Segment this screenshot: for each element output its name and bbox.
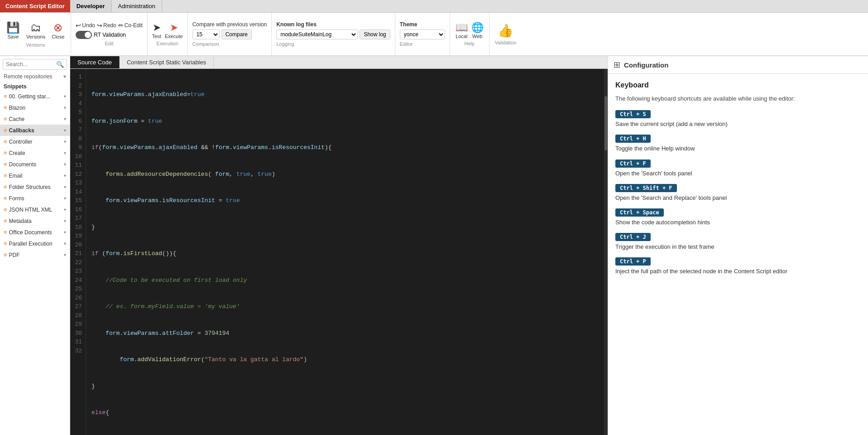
log-files-select[interactable]: moduleSuiteMainLog [276,29,358,39]
keyboard-title: Keyboard [615,81,861,89]
code-line-6: } [91,223,599,232]
close-button[interactable]: ⊗ Close [50,20,66,40]
sidebar-scroll: ≡ 00. Getting star... ▾ ≡ Blazon ▾ ≡ Cac… [0,91,70,435]
local-help-button[interactable]: 📖 Local [456,22,468,39]
show-log-button[interactable]: Show log [360,29,390,39]
sidebar-item-cache[interactable]: ≡ Cache ▾ [0,113,70,125]
search-icon: 🔍 [56,61,64,68]
sidebar-item-create[interactable]: ≡ Create ▾ [0,147,70,159]
line-numbers: 1 2 3 4 5 6 7 8 9 10 11 12 13 14 15 16 1… [70,69,86,435]
undo-button[interactable]: ↩ Undo [76,22,95,29]
chevron-down-icon-11: ▾ [64,218,66,223]
redo-button[interactable]: ↪ Redo [97,22,116,29]
sidebar: 🔍 Remote repositories ▾ Snippets ≡ 00. G… [0,56,70,435]
tab-source-code[interactable]: Source Code [70,56,120,68]
toolbar-help-group: 📖 Local 🌐 Web Help [450,13,489,55]
theme-select[interactable]: yonce [400,29,445,39]
right-panel-header: ⊞ Configuration [608,56,868,74]
sidebar-item-email[interactable]: ≡ Email ▾ [0,170,70,181]
remote-repos-arrow[interactable]: ▾ [63,73,66,80]
validate-button[interactable]: 👍 [498,23,513,38]
toolbar-comparison-group: Compare with previous version 15 Compare… [188,13,272,55]
shortcut-desc-ctrl-h: Toggle the online Help window [615,145,861,153]
code-line-7: if (form.isFirstLoad()){ [91,249,599,258]
sidebar-item-office-documents[interactable]: ≡ Office Documents ▾ [0,227,70,238]
layers-icon-1: ≡ [4,104,7,111]
code-line-11: form.addValidationError("Tanto va la gat… [91,355,599,364]
search-input[interactable] [6,61,56,68]
sidebar-item-documents[interactable]: ≡ Documents ▾ [0,159,70,170]
code-content[interactable]: form.viewParams.ajaxEnabled=true form.js… [86,69,604,435]
compare-button[interactable]: Compare [221,29,252,39]
code-line-1: form.viewParams.ajaxEnabled=true [91,90,599,99]
sidebar-item-forms[interactable]: ≡ Forms ▾ [0,193,70,204]
layers-icon-7: ≡ [4,172,7,179]
key-badge-ctrl-shift-f: Ctrl + Shift + F [615,184,677,192]
versions-button[interactable]: 🗂 Versions [24,20,47,40]
test-button[interactable]: ➤ Test [152,22,161,39]
layers-icon-9: ≡ [4,195,7,202]
shortcut-desc-ctrl-j: Trigger the execution in the test frame [615,243,861,251]
code-line-10: form.viewParams.attFolder = 3794194 [91,329,599,338]
layers-icon-2: ≡ [4,116,7,122]
code-line-5: form.viewParams.isResourcesInit = true [91,196,599,205]
rt-validation-toggle[interactable] [76,31,92,39]
key-badge-ctrl-f: Ctrl + F [615,160,651,168]
shortcut-ctrl-p: Ctrl + P Inject the full path of the sel… [615,257,861,276]
shortcut-ctrl-space: Ctrl + Space Show the code autocompletio… [615,208,861,227]
layers-icon-14: ≡ [4,251,7,258]
search-box[interactable]: 🔍 [3,59,67,70]
code-editor[interactable]: 1 2 3 4 5 6 7 8 9 10 11 12 13 14 15 16 1… [70,69,608,435]
chevron-down-icon-14: ▾ [64,252,66,257]
chevron-down-icon-6: ▾ [64,162,66,167]
key-badge-ctrl-h: Ctrl + H [615,135,651,143]
sidebar-item-pdf[interactable]: ≡ PDF ▾ [0,249,70,261]
chevron-down-icon-3: ▾ [64,128,66,133]
code-line-12: } [91,382,599,391]
chevron-down-icon-13: ▾ [64,241,66,246]
sidebar-item-metadata[interactable]: ≡ Metadata ▾ [0,215,70,227]
chevron-down-icon-1: ▾ [64,105,66,110]
grid-icon: ⊞ [614,60,620,70]
shortcut-desc-ctrl-shift-f: Open the 'Search and Replace' tools pane… [615,194,861,202]
key-badge-ctrl-p: Ctrl + P [615,257,651,266]
toolbar-versions-group: 💾 Undo Save 🗂 Versions ⊗ Close Versions [0,13,71,55]
shortcut-ctrl-shift-f: Ctrl + Shift + F Open the 'Search and Re… [615,184,861,202]
tab-administration[interactable]: Administration [112,0,162,12]
compare-version-select[interactable]: 15 [192,29,220,39]
shortcut-desc-ctrl-f: Open the 'Search' tools panel [615,169,861,178]
layers-icon-3: ≡ [4,127,7,134]
layers-icon-10: ≡ [4,206,7,213]
layers-icon-4: ≡ [4,138,7,145]
code-line-2: form.jsonForm = true [91,117,599,126]
editor-scrollbar[interactable] [604,69,608,435]
key-badge-ctrl-j: Ctrl + J [615,233,651,241]
toolbar-logging-group: Known log files moduleSuiteMainLog Show … [272,13,395,55]
co-edit-button[interactable]: ✏ Co-Edit [118,22,143,29]
tab-developer[interactable]: Developer [70,0,112,12]
chevron-down-icon-5: ▾ [64,150,66,155]
key-badge-ctrl-s: Ctrl + S [615,110,651,118]
sidebar-item-callbacks[interactable]: ≡ Callbacks ▾ [0,125,70,136]
sidebar-item-json-html-xml[interactable]: ≡ JSON HTML XML ▾ [0,204,70,215]
app-title-bar: Content Script Editor [0,0,70,12]
sidebar-item-00-getting-star[interactable]: ≡ 00. Getting star... ▾ [0,91,70,102]
execute-button[interactable]: ➤ Execute [165,22,183,39]
sidebar-item-controller[interactable]: ≡ Controller ▾ [0,136,70,147]
shortcut-ctrl-f: Ctrl + F Open the 'Search' tools panel [615,160,861,178]
shortcut-ctrl-h: Ctrl + H Toggle the online Help window [615,135,861,153]
sidebar-item-folder-structures[interactable]: ≡ Folder Structures ▾ [0,181,70,193]
sidebar-item-blazon[interactable]: ≡ Blazon ▾ [0,102,70,113]
shortcut-desc-ctrl-p: Inject the full path of the selected nod… [615,267,861,276]
web-help-button[interactable]: 🌐 Web [471,22,484,39]
remote-repos-section: Remote repositories ▾ [0,72,70,81]
chevron-down-icon-7: ▾ [64,173,66,178]
sidebar-item-parallel-execution[interactable]: ≡ Parallel Execution ▾ [0,238,70,249]
tab-static-variables[interactable]: Content Script Static Variables [120,56,214,68]
chevron-down-icon-12: ▾ [64,230,66,235]
layers-icon-11: ≡ [4,218,7,224]
chevron-down-icon-10: ▾ [64,207,66,212]
save-button[interactable]: 💾 Undo Save [5,20,22,40]
right-panel-content: Keyboard The following keyboard shortcut… [608,74,868,435]
code-area: Source Code Content Script Static Variab… [70,56,608,435]
